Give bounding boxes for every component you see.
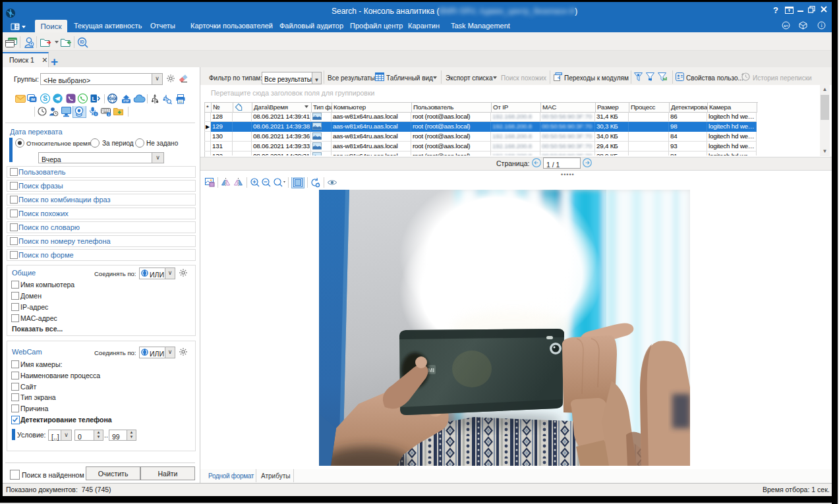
svg-text:HTTP: HTTP (109, 98, 116, 100)
svg-text:i: i (821, 22, 823, 28)
svg-text:S: S (43, 95, 47, 102)
svg-text:ID: ID (80, 40, 84, 44)
svg-text:API: API (784, 24, 788, 28)
svg-text:L: L (92, 96, 95, 102)
svg-text:IM: IM (31, 98, 36, 101)
svg-text:FTP: FTP (123, 99, 129, 103)
